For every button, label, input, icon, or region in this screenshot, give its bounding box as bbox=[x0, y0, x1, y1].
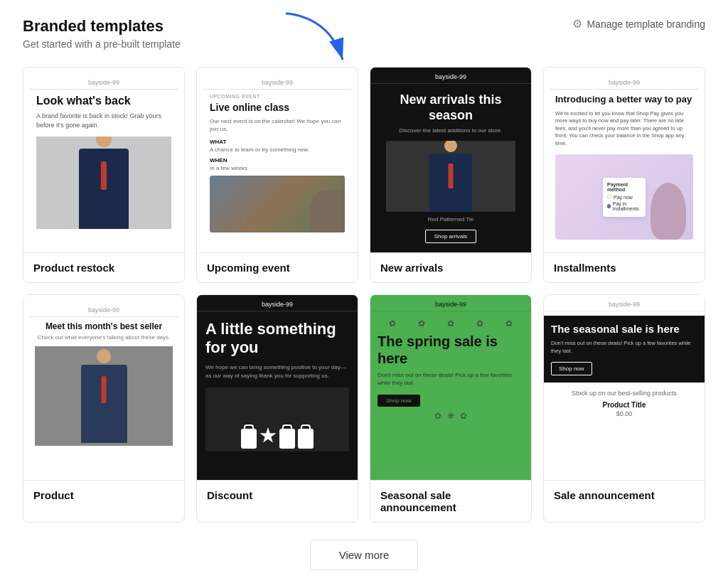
ue-when-label: WHEN bbox=[210, 157, 345, 164]
template-preview-seasonal: bayside-99 ✿ ✿ ✿ ✿ ✿ The spring sale is … bbox=[370, 295, 531, 480]
na-image bbox=[386, 141, 515, 212]
template-label-new-arrivals: New arrivals bbox=[370, 252, 531, 282]
template-preview-discount: bayside-99 A little something for you We… bbox=[197, 295, 358, 480]
ue-image bbox=[210, 176, 345, 232]
bayside-id-5: bayside-99 bbox=[29, 301, 178, 317]
sale-title: The seasonal sale is here bbox=[551, 323, 697, 336]
manage-branding-link[interactable]: ⚙ Manage template branding bbox=[572, 17, 705, 31]
pr-subtitle: A brand favorite is back in stock! Grab … bbox=[36, 112, 171, 129]
inst-body: We're excited to let you know that Shop … bbox=[555, 110, 693, 148]
ue-title: Live online class bbox=[210, 102, 345, 113]
seas-flowers-top: ✿ ✿ ✿ ✿ ✿ bbox=[378, 319, 524, 328]
page-title: Branded templates bbox=[23, 17, 181, 36]
na-subtitle: Discover the latest additions to our sto… bbox=[379, 127, 523, 134]
sale-product-price: $0.00 bbox=[551, 410, 697, 417]
prod-image bbox=[35, 346, 173, 446]
na-shop-button: Shop arrivals bbox=[425, 230, 477, 243]
bayside-id-1: bayside-99 bbox=[29, 73, 178, 90]
disc-content: A little something for you We hope we ca… bbox=[197, 311, 358, 460]
na-content: New arrivals this season Discover the la… bbox=[370, 84, 531, 252]
template-card-seasonal-sale[interactable]: bayside-99 ✿ ✿ ✿ ✿ ✿ The spring sale is … bbox=[370, 294, 532, 523]
prod-subtitle: Check out what everyone's talking about … bbox=[35, 334, 173, 341]
templates-grid: bayside-99 Look what's back A brand favo… bbox=[23, 67, 705, 523]
page-subtitle: Get started with a pre-built template bbox=[23, 38, 181, 50]
view-more-button[interactable]: View more bbox=[310, 540, 419, 570]
inst-title: Introducing a better way to pay bbox=[555, 94, 693, 106]
bayside-id-7: bayside-99 bbox=[370, 295, 531, 311]
bayside-id-8: bayside-99 bbox=[544, 295, 705, 311]
seas-body: Don't miss out on these deals! Pick up a… bbox=[378, 371, 524, 387]
template-preview-sale: bayside-99 The seasonal sale is here Don… bbox=[544, 295, 705, 480]
template-card-installments[interactable]: bayside-99 Introducing a better way to p… bbox=[543, 67, 705, 283]
template-preview-product: bayside-99 Meet this month's best seller… bbox=[23, 295, 184, 480]
bayside-id-4: bayside-99 bbox=[550, 73, 699, 90]
template-label-product-restock: Product restock bbox=[23, 252, 184, 282]
template-label-installments: Installments bbox=[544, 252, 705, 282]
template-card-upcoming-event[interactable]: bayside-99 UPCOMING EVENT Live online cl… bbox=[196, 67, 358, 283]
template-preview-installments: bayside-99 Introducing a better way to p… bbox=[544, 68, 705, 252]
disc-body: We hope we can bring something positive … bbox=[205, 363, 349, 380]
disc-image bbox=[205, 387, 349, 451]
template-card-product[interactable]: bayside-99 Meet this month's best seller… bbox=[23, 294, 185, 523]
ue-what-value: A chance to learn or try something new bbox=[210, 146, 345, 153]
template-preview-product-restock: bayside-99 Look what's back A brand favo… bbox=[23, 68, 184, 252]
ue-what-label: WHAT bbox=[210, 139, 345, 145]
sale-product-title: Product Title bbox=[551, 401, 697, 409]
na-product-label: Red Patterned Tie bbox=[379, 216, 523, 223]
template-label-seasonal-sale: Seasonal sale announcement bbox=[370, 480, 531, 522]
sale-dark-section: The seasonal sale is here Don't miss out… bbox=[544, 316, 705, 383]
template-label-discount: Discount bbox=[197, 480, 358, 510]
template-preview-upcoming-event: bayside-99 UPCOMING EVENT Live online cl… bbox=[197, 68, 358, 252]
seas-content: ✿ ✿ ✿ ✿ ✿ The spring sale is here Don't … bbox=[370, 311, 531, 428]
template-card-product-restock[interactable]: bayside-99 Look what's back A brand favo… bbox=[23, 67, 185, 283]
prod-title: Meet this month's best seller bbox=[35, 321, 173, 331]
sale-product-text: Stock up on our best-selling products bbox=[551, 390, 697, 397]
template-card-new-arrivals[interactable]: bayside-99 New arrivals this season Disc… bbox=[370, 67, 532, 283]
ue-when-value: In a few weeks bbox=[210, 165, 345, 171]
manage-branding-label: Manage template branding bbox=[587, 18, 705, 30]
template-label-upcoming-event: Upcoming event bbox=[197, 252, 358, 282]
disc-title: A little something for you bbox=[205, 320, 349, 358]
view-more-container: View more bbox=[23, 540, 705, 570]
sale-product-section: Stock up on our best-selling products Pr… bbox=[544, 383, 705, 424]
bayside-id-3: bayside-99 bbox=[370, 68, 531, 84]
ue-event-label: UPCOMING EVENT bbox=[210, 94, 345, 99]
inst-image: Payment method Pay now Pay in installmen… bbox=[555, 154, 693, 240]
template-card-sale-announcement[interactable]: bayside-99 The seasonal sale is here Don… bbox=[543, 294, 705, 523]
sale-body: Don't miss out on these deals! Pick up a… bbox=[551, 340, 697, 355]
template-card-discount[interactable]: bayside-99 A little something for you We… bbox=[196, 294, 358, 523]
seas-flowers-bottom: ✿ ❋ ✿ bbox=[378, 411, 524, 421]
seas-shop-button: Shop now bbox=[378, 395, 420, 407]
pr-image bbox=[36, 137, 171, 229]
na-title: New arrivals this season bbox=[379, 92, 523, 123]
pr-title: Look what's back bbox=[36, 94, 171, 107]
ue-body: Our next event is on the calendar! We ho… bbox=[210, 117, 345, 133]
sale-shop-button: Shop now bbox=[551, 362, 592, 375]
template-label-sale-announcement: Sale announcement bbox=[544, 480, 705, 510]
settings-icon: ⚙ bbox=[572, 17, 582, 31]
seas-title: The spring sale is here bbox=[378, 333, 524, 367]
bayside-id-2: bayside-99 bbox=[203, 73, 352, 90]
template-preview-new-arrivals: bayside-99 New arrivals this season Disc… bbox=[370, 68, 531, 252]
template-label-product: Product bbox=[23, 480, 184, 510]
bayside-id-6: bayside-99 bbox=[197, 295, 358, 311]
